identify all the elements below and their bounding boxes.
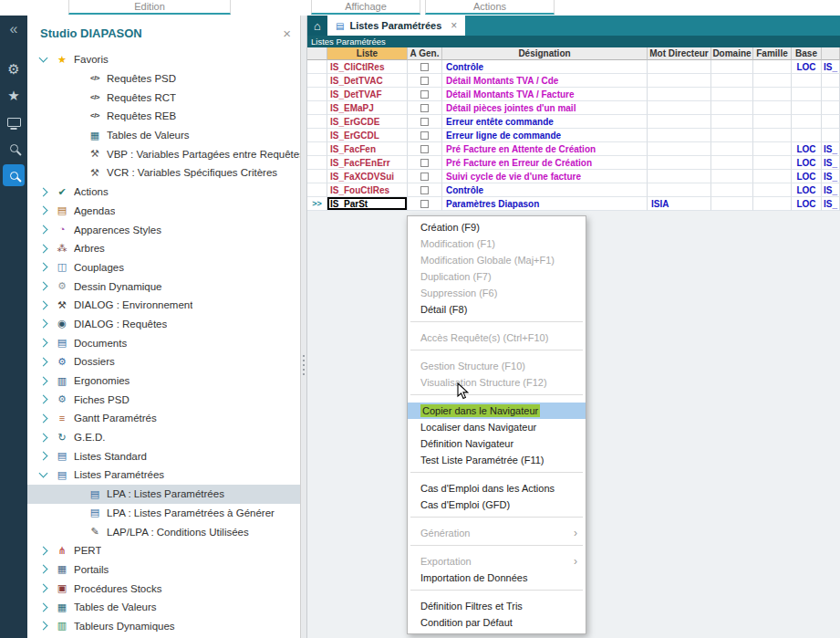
cell-a-gen[interactable] (408, 115, 442, 129)
cell-liste[interactable]: IS_FaXCDVSui (327, 170, 408, 183)
chevron-icon[interactable] (39, 263, 48, 272)
context-menu-item[interactable]: › (408, 517, 586, 525)
menu-group-edition[interactable]: Edition (68, 0, 231, 15)
tree-item[interactable]: ▦ Tables de Valeurs (27, 126, 300, 145)
table-row[interactable]: IS_FaXCDVSui Suivi cycle de vie d'une fa… (307, 170, 840, 183)
tree-item[interactable]: ✔ Actions (27, 183, 300, 202)
tree-item[interactable]: ▥ Ergonomies (27, 371, 300, 391)
tree-item[interactable]: ⚙ Dessin Dynamique (27, 277, 300, 296)
context-menu-item[interactable]: Exportation › (408, 553, 586, 570)
tree-item[interactable]: ⚙ Fiches PSD (27, 390, 300, 409)
context-menu-item[interactable]: Cas d'Emploi dans les Actions › (408, 480, 586, 497)
search-icon[interactable] (2, 135, 26, 162)
cell-liste[interactable]: IS_FacFEnErr (327, 156, 408, 170)
table-row[interactable]: IS_DetTVAF Détail Montants TVA / Facture (307, 88, 840, 101)
table-row[interactable]: IS_FacFen Pré Facture en Attente de Créa… (307, 142, 840, 156)
context-menu-item[interactable]: › (408, 350, 586, 358)
screen-monitor-icon[interactable] (2, 109, 26, 135)
checkbox-icon[interactable] (420, 145, 429, 153)
context-menu-item[interactable]: Test Liste Paramétrée (F11) › (408, 452, 586, 468)
context-menu-item[interactable]: › (408, 321, 586, 329)
header-a-gen[interactable]: A Gen. (408, 47, 442, 60)
chevron-icon[interactable] (39, 469, 48, 478)
cell-liste[interactable]: IS_ErGCDL (327, 129, 408, 142)
tree-item[interactable]: ▤ Listes Standard (27, 446, 300, 465)
tree-item[interactable]: ◔ Apparences Styles (27, 220, 300, 239)
chevron-icon[interactable] (39, 339, 48, 348)
context-menu-item[interactable]: Importation de Données › (408, 570, 586, 586)
table-row[interactable]: IS_ErGCDE Erreur entête commande (307, 115, 840, 129)
tab-listes-parametrees[interactable]: ▤ Listes Paramétrées × (327, 16, 465, 36)
tree-item[interactable]: ⚒ VCR : Variables Spécifiques Critères (27, 163, 300, 183)
header-famille[interactable]: Famille (753, 47, 792, 60)
context-menu-item[interactable]: Détail (F8) › (408, 301, 586, 318)
tree-item[interactable]: ▦ Tables de Valeurs (27, 598, 300, 617)
cell-a-gen[interactable] (408, 101, 442, 115)
table-row[interactable]: IS_EMaPJ Détail pièces jointes d'un mail (307, 101, 840, 115)
chevron-icon[interactable] (39, 319, 48, 329)
collapse-sidebar-icon[interactable]: « (2, 17, 26, 41)
context-menu-item[interactable]: Cas d'Emploi (GFD) › (408, 497, 586, 513)
table-row[interactable]: >> IS_ParSt Paramètres Diapason ISIA LOC… (307, 197, 840, 211)
tree-item[interactable]: ✎ LAP/LPA : Conditions Utilisées (27, 522, 300, 541)
table-row[interactable]: IS_FouCtlRes Contrôle LOC IS_ (307, 183, 840, 197)
context-menu-item[interactable]: Condition par Défaut › (408, 614, 586, 631)
cell-liste[interactable]: IS_CliCtlRes (327, 60, 408, 74)
context-menu-item[interactable]: Modification (F1) › (408, 235, 586, 252)
cell-a-gen[interactable] (408, 129, 442, 142)
context-menu-item[interactable]: Accès Requête(s) (Ctrl+F10) › (408, 329, 586, 346)
tree-item[interactable]: ◉ DIALOG : Requêtes (27, 315, 300, 334)
close-panel-icon[interactable]: × (283, 26, 291, 41)
tree-item[interactable]: ≡ Gantt Paramétrés (27, 409, 300, 428)
chevron-icon[interactable] (39, 584, 48, 593)
header-designation[interactable]: Désignation (442, 47, 648, 60)
checkbox-icon[interactable] (420, 131, 429, 140)
chevron-icon[interactable] (39, 565, 48, 574)
checkbox-icon[interactable] (420, 77, 429, 85)
table-row[interactable]: IS_FacFEnErr Pré Facture en Erreur de Cr… (307, 156, 840, 170)
tree-item[interactable]: ▣ Procédures Stocks (27, 579, 300, 598)
cell-liste[interactable]: IS_ErGCDE (327, 115, 408, 129)
chevron-icon[interactable] (39, 376, 48, 385)
context-menu-item[interactable]: › (408, 590, 586, 598)
header-base[interactable]: Base (792, 47, 822, 60)
home-tab[interactable]: ⌂ (307, 16, 327, 36)
tree-item[interactable]: ↻ G.E.D. (27, 428, 300, 447)
cell-liste[interactable]: IS_FacFen (327, 142, 408, 156)
table-row[interactable]: IS_ErGCDL Erreur ligne de commande (307, 129, 840, 142)
context-menu-item[interactable]: Définition Filtres et Tris › (408, 598, 586, 614)
search-active-icon[interactable] (3, 164, 25, 186)
context-menu-item[interactable]: Gestion Structure (F10) › (408, 358, 586, 374)
checkbox-icon[interactable] (420, 104, 429, 112)
tree-item[interactable]: ⚙ Dossiers (27, 352, 300, 371)
tree-item[interactable]: ▤ LPA : Listes Paramétrées à Générer (27, 504, 300, 523)
tab-close-icon[interactable]: × (451, 19, 457, 32)
checkbox-icon[interactable] (420, 173, 429, 181)
menu-group-affichage[interactable]: Affichage (311, 0, 420, 15)
header-liste[interactable]: Liste (327, 47, 408, 60)
context-menu-item[interactable]: Génération › (408, 525, 586, 541)
context-menu-item[interactable]: Modification Globale (Maj+F1) › (408, 252, 586, 268)
cell-a-gen[interactable] (408, 183, 442, 197)
tree-item[interactable]: ⚒ DIALOG : Environnement (27, 296, 300, 315)
context-menu-item[interactable]: › (408, 545, 586, 553)
tree-item[interactable]: ▤ Listes Paramétrées (27, 465, 300, 485)
checkbox-icon[interactable] (420, 63, 429, 71)
table-row[interactable]: IS_DetTVAC Détail Montants TVA / Cde (307, 74, 840, 88)
tree-item[interactable]: ▦ Portails (27, 560, 300, 580)
tree-item[interactable]: ⁂ Arbres (27, 239, 300, 258)
table-row[interactable]: IS_CliCtlRes Contrôle LOC IS_ (307, 60, 840, 74)
checkbox-icon[interactable] (420, 159, 429, 167)
chevron-icon[interactable] (39, 602, 48, 612)
chevron-icon[interactable] (39, 452, 48, 461)
header-mot-directeur[interactable]: Mot Directeur (648, 47, 711, 60)
cell-liste[interactable]: IS_EMaPJ (327, 101, 408, 115)
header-domaine[interactable]: Domaine (711, 47, 753, 60)
tree-item[interactable]: </> Requêtes RCT (27, 88, 300, 107)
chevron-icon[interactable] (39, 622, 48, 631)
settings-gear-icon[interactable]: ⚙ (2, 56, 26, 82)
context-menu-item[interactable]: Copier dans le Navigateur › (408, 403, 586, 419)
tree-item[interactable]: ▤ Documents (27, 333, 300, 352)
tree-item[interactable]: </> Requêtes PSD (27, 69, 300, 89)
checkbox-icon[interactable] (420, 90, 429, 99)
